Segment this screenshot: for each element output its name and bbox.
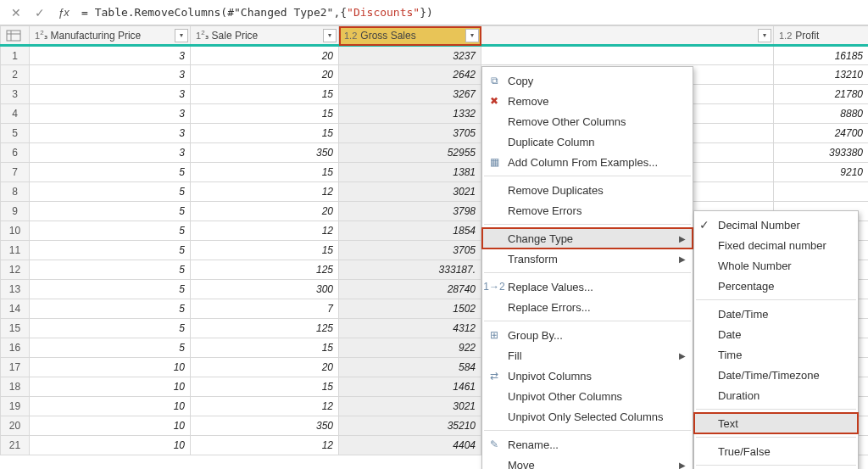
- cell-profit[interactable]: 21780: [774, 85, 869, 104]
- table-row[interactable]: 1320323716185: [1, 46, 869, 65]
- menu-group-by[interactable]: ⊞Group By...: [482, 325, 693, 345]
- cell-manufacturing[interactable]: 10: [30, 358, 191, 377]
- menu-move[interactable]: Move▶: [482, 455, 693, 469]
- cell-sale[interactable]: 125: [191, 260, 339, 280]
- col-header-sale[interactable]: 12₃ Sale Price ▾: [191, 26, 339, 46]
- type-decimal[interactable]: ✓Decimal Number: [694, 215, 858, 235]
- cell-profit[interactable]: 16185: [774, 46, 869, 65]
- table-row[interactable]: 5315370524700: [1, 124, 869, 143]
- row-number[interactable]: 8: [1, 182, 30, 202]
- cell-profit[interactable]: 8880: [774, 104, 869, 124]
- cell-manufacturing[interactable]: 10: [30, 377, 191, 397]
- cell-gross[interactable]: 3798: [339, 202, 481, 221]
- formula-input[interactable]: = Table.RemoveColumns(#"Changed Type2",{…: [76, 4, 863, 20]
- row-number[interactable]: 10: [1, 221, 30, 241]
- type-datetime[interactable]: Date/Time: [694, 304, 858, 324]
- cell-gross[interactable]: 28740: [339, 280, 481, 299]
- cell-gross[interactable]: 1461: [339, 377, 481, 397]
- cell-sale[interactable]: 15: [191, 377, 339, 397]
- cell-manufacturing[interactable]: 3: [30, 143, 191, 163]
- cell-sale[interactable]: 7: [191, 299, 339, 319]
- cell-manufacturing[interactable]: 5: [30, 319, 191, 338]
- cell-gross[interactable]: 3021: [339, 397, 481, 416]
- cell-gross[interactable]: 4404: [339, 436, 481, 455]
- cell-gross[interactable]: 1502: [339, 299, 481, 319]
- cell-gross[interactable]: 922: [339, 338, 481, 358]
- cell-manufacturing[interactable]: 5: [30, 260, 191, 280]
- table-row[interactable]: 751513819210: [1, 163, 869, 182]
- cell-manufacturing[interactable]: 5: [30, 299, 191, 319]
- cell-manufacturing[interactable]: 10: [30, 436, 191, 455]
- col-header-gross[interactable]: 1.2 Gross Sales ▾: [339, 26, 481, 46]
- row-number[interactable]: 1: [1, 46, 30, 65]
- cell-manufacturing[interactable]: 5: [30, 221, 191, 241]
- row-number[interactable]: 11: [1, 241, 30, 260]
- cell-sale[interactable]: 15: [191, 124, 339, 143]
- cell-manufacturing[interactable]: 5: [30, 280, 191, 299]
- row-number[interactable]: 19: [1, 397, 30, 416]
- table-row[interactable]: 2320264213210: [1, 65, 869, 85]
- table-row[interactable]: 3315326721780: [1, 85, 869, 104]
- row-number[interactable]: 13: [1, 280, 30, 299]
- cell-manufacturing[interactable]: 3: [30, 104, 191, 124]
- cell-gross[interactable]: 52955: [339, 143, 481, 163]
- cell-gross[interactable]: 3021: [339, 182, 481, 202]
- cell-sale[interactable]: 12: [191, 182, 339, 202]
- row-number[interactable]: 21: [1, 436, 30, 455]
- cell-sale[interactable]: 15: [191, 163, 339, 182]
- type-percentage[interactable]: Percentage: [694, 276, 858, 296]
- cell-gross[interactable]: 1381: [339, 163, 481, 182]
- cell-gross[interactable]: 584: [339, 358, 481, 377]
- type-dtz[interactable]: Date/Time/Timezone: [694, 365, 858, 385]
- type-truefalse[interactable]: True/False: [694, 441, 858, 461]
- table-corner[interactable]: [1, 26, 30, 46]
- menu-remove-errors[interactable]: Remove Errors: [482, 200, 693, 221]
- table-row[interactable]: 6335052955393380: [1, 143, 869, 163]
- row-number[interactable]: 12: [1, 260, 30, 280]
- cell-profit[interactable]: [774, 182, 869, 202]
- cell-gross[interactable]: 3705: [339, 241, 481, 260]
- menu-copy[interactable]: ⧉Copy: [482, 70, 693, 91]
- cell-manufacturing[interactable]: 3: [30, 65, 191, 85]
- cell-gross[interactable]: 35210: [339, 416, 481, 436]
- cell-sale[interactable]: 20: [191, 202, 339, 221]
- menu-unpivot-other[interactable]: Unpivot Other Columns: [482, 386, 693, 406]
- cell-sale[interactable]: 15: [191, 85, 339, 104]
- menu-replace-errors[interactable]: Replace Errors...: [482, 297, 693, 317]
- row-number[interactable]: 17: [1, 358, 30, 377]
- type-time[interactable]: Time: [694, 344, 858, 365]
- menu-remove[interactable]: ✖Remove: [482, 91, 693, 111]
- cell-profit[interactable]: 393380: [774, 143, 869, 163]
- type-text[interactable]: Text: [694, 413, 858, 433]
- row-number[interactable]: 14: [1, 299, 30, 319]
- cell-sale[interactable]: 350: [191, 416, 339, 436]
- cell-gross[interactable]: 2642: [339, 65, 481, 85]
- row-number[interactable]: 9: [1, 202, 30, 221]
- cell-sale[interactable]: 300: [191, 280, 339, 299]
- menu-rename[interactable]: ✎Rename...: [482, 434, 693, 455]
- row-number[interactable]: 4: [1, 104, 30, 124]
- fx-icon[interactable]: ƒx: [53, 3, 75, 23]
- cell-sale[interactable]: 20: [191, 46, 339, 65]
- cell-sale[interactable]: 12: [191, 397, 339, 416]
- cell-manufacturing[interactable]: 3: [30, 85, 191, 104]
- cell-manufacturing[interactable]: 5: [30, 241, 191, 260]
- cell-sale[interactable]: 12: [191, 436, 339, 455]
- filter-dropdown-icon[interactable]: ▾: [758, 29, 771, 42]
- cell-sale[interactable]: 20: [191, 358, 339, 377]
- menu-replace-values[interactable]: 1→2Replace Values...: [482, 276, 693, 297]
- cell-gross[interactable]: 333187.: [339, 260, 481, 280]
- cell-profit[interactable]: 9210: [774, 163, 869, 182]
- type-fixed[interactable]: Fixed decimal number: [694, 235, 858, 255]
- menu-remove-duplicates[interactable]: Remove Duplicates: [482, 180, 693, 200]
- cell-sale[interactable]: 15: [191, 241, 339, 260]
- cell-gross[interactable]: 4312: [339, 319, 481, 338]
- cell-sale[interactable]: 15: [191, 338, 339, 358]
- cell-manufacturing[interactable]: 3: [30, 124, 191, 143]
- row-number[interactable]: 6: [1, 143, 30, 163]
- row-number[interactable]: 3: [1, 85, 30, 104]
- cell-gross[interactable]: 3267: [339, 85, 481, 104]
- cell-manufacturing[interactable]: 5: [30, 202, 191, 221]
- menu-unpivot-selected[interactable]: Unpivot Only Selected Columns: [482, 406, 693, 427]
- filter-dropdown-icon[interactable]: ▾: [465, 29, 479, 42]
